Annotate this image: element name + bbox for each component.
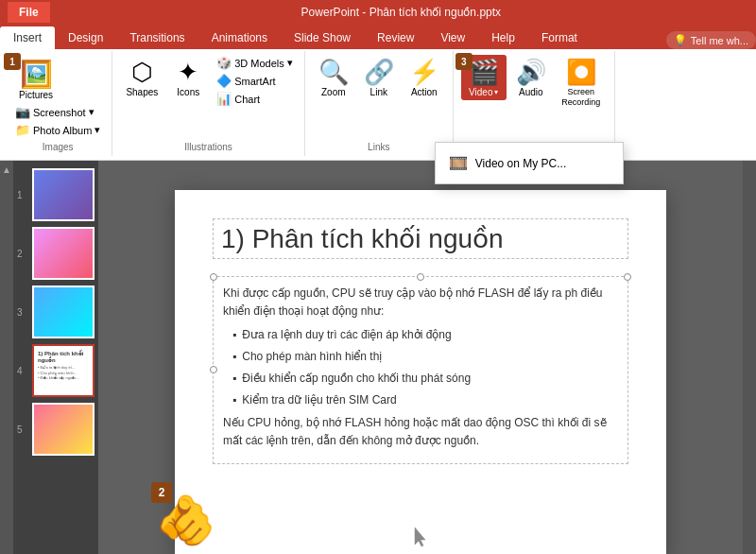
icons-button[interactable]: ✦ Icons	[171, 55, 205, 100]
audio-label: Audio	[519, 87, 543, 97]
slide-content-box[interactable]: Khi được cấp nguồn, CPU sẽ truy cập vào …	[213, 276, 628, 465]
handle-tr[interactable]	[624, 273, 631, 281]
pictures-label: Pictures	[19, 90, 53, 100]
link-label: Link	[370, 87, 387, 97]
tab-slideshow[interactable]: Slide Show	[281, 26, 364, 49]
slide-thumb-item-3[interactable]: 3	[17, 286, 94, 338]
slide-thumbnail-5[interactable]	[32, 403, 94, 456]
smartart-button[interactable]: 🔷 SmartArt	[213, 73, 297, 89]
action-icon: ⚡	[409, 58, 439, 87]
handle-ml[interactable]	[210, 366, 217, 373]
video-pc-label: Video on My PC...	[475, 157, 567, 170]
audio-icon: 🔊	[516, 58, 546, 87]
link-button[interactable]: 🔗 Link	[358, 55, 400, 100]
chart-icon: 📊	[216, 92, 232, 106]
3d-models-icon: 🎲	[216, 56, 232, 70]
album-icon: 📁	[15, 123, 30, 137]
tab-format[interactable]: Format	[528, 26, 591, 49]
slide-canvas: 1) Phân tích khối nguồn Khi được cấp ngu…	[175, 190, 666, 555]
video-pc-icon: 🎞️	[449, 154, 468, 172]
slide-view: 1) Phân tích khối nguồn Khi được cấp ngu…	[98, 161, 743, 554]
smartart-label: SmartArt	[234, 76, 275, 87]
screen-recording-icon: ⏺️	[566, 58, 596, 87]
zoom-label: Zoom	[321, 87, 346, 97]
slide-thumb-item-2[interactable]: 2	[17, 227, 94, 280]
screenshot-label: Screenshot	[33, 107, 86, 118]
handle-tm[interactable]	[417, 273, 424, 281]
shapes-icon: ⬡	[131, 58, 153, 87]
mouse-cursor	[413, 526, 428, 551]
handle-tl[interactable]	[210, 273, 217, 281]
badge-3: 3	[455, 53, 476, 70]
tab-transitions[interactable]: Transitions	[116, 26, 198, 49]
screen-recording-label: Screen Recording	[559, 87, 603, 108]
slide-thumb-item-1[interactable]: 1	[17, 168, 94, 221]
photo-album-button[interactable]: 📁 Photo Album ▾	[11, 122, 104, 138]
main-area: ▲ 1 2 3 4 1) Phân tích khối nguồn	[0, 161, 756, 554]
slide-thumbnail-1[interactable]	[32, 168, 94, 221]
hand-overlay: 2 🫵	[155, 492, 216, 549]
album-label: Photo Album	[33, 125, 92, 136]
file-tab[interactable]: File	[8, 2, 50, 23]
slide-last-para: Nếu CPU hỏng, bộ nhớ FLASH hỏng hoặc mất…	[223, 414, 618, 450]
tab-insert[interactable]: Insert	[0, 26, 55, 49]
3d-models-label: 3D Models	[234, 58, 284, 69]
slide-title[interactable]: 1) Phân tích khối nguồn	[213, 218, 628, 259]
slide-thumbnail-3[interactable]	[32, 286, 94, 338]
slide-thumbnail-4[interactable]: 1) Phân tích khối nguồn • Đưa ra lệnh du…	[32, 344, 94, 397]
media-group: 3 🎬 Video ▾ 🔊 Audio ⏺️ Screen Recording …	[454, 51, 615, 156]
scroll-up-arrow[interactable]: ▲	[2, 164, 11, 175]
chart-label: Chart	[234, 94, 260, 105]
slide-panel: 1 2 3 4 1) Phân tích khối nguồn •	[13, 161, 98, 554]
tab-design[interactable]: Design	[55, 26, 116, 49]
screenshot-icon: 📷	[15, 105, 30, 119]
badge-2: 2	[151, 482, 172, 503]
action-button[interactable]: ⚡ Action	[404, 55, 445, 100]
video-on-pc-item[interactable]: 🎞️ Video on My PC...	[436, 147, 623, 180]
audio-button[interactable]: 🔊 Audio	[510, 55, 552, 100]
tab-bar: Insert Design Transitions Animations Sli…	[0, 25, 756, 49]
screen-recording-button[interactable]: ⏺️ Screen Recording	[556, 55, 607, 111]
slide-intro: Khi được cấp nguồn, CPU sẽ truy cập vào …	[223, 285, 618, 320]
tab-help[interactable]: Help	[478, 26, 528, 49]
icons-icon: ✦	[178, 58, 198, 87]
illustrations-group: ⬡ Shapes ✦ Icons 🎲 3D Models ▾ 🔷 SmartAr…	[112, 51, 304, 156]
document-title: PowerPoint - Phân tích khối nguồn.pptx	[54, 6, 748, 19]
smartart-icon: 🔷	[216, 74, 232, 88]
illustrations-label: Illustrations	[184, 138, 232, 152]
link-icon: 🔗	[364, 58, 394, 87]
slide-panel-scroll[interactable]: ▲	[0, 161, 13, 554]
links-label: Links	[368, 138, 389, 152]
screenshot-arrow: ▾	[89, 106, 94, 118]
video-label: Video	[469, 87, 492, 97]
bullet-3: Điều khiển cấp nguồn cho khối thu phát s…	[232, 370, 618, 388]
lightbulb-icon: 💡	[674, 34, 687, 46]
tell-me-bar[interactable]: 💡 Tell me wh...	[666, 31, 756, 49]
3d-models-button[interactable]: 🎲 3D Models ▾	[213, 55, 297, 71]
links-group: 🔍 Zoom 🔗 Link ⚡ Action Links	[305, 51, 454, 156]
shapes-button[interactable]: ⬡ Shapes	[120, 55, 163, 100]
zoom-button[interactable]: 🔍 Zoom	[313, 55, 354, 100]
shapes-label: Shapes	[126, 87, 158, 97]
tell-me-label: Tell me wh...	[691, 35, 748, 46]
ribbon: 1 🖼️ Pictures 📷 Screenshot ▾ 📁 Photo Alb…	[0, 49, 756, 161]
video-dropdown: 🎞️ Video on My PC...	[435, 142, 624, 184]
bullet-2: Cho phép màn hình hiển thị	[232, 348, 618, 366]
screenshot-button[interactable]: 📷 Screenshot ▾	[11, 104, 98, 120]
zoom-icon: 🔍	[318, 58, 349, 87]
badge-1: 1	[4, 53, 25, 70]
bullet-1: Đưa ra lệnh duy trì các điện áp khởi độn…	[232, 326, 618, 344]
action-label: Action	[411, 87, 438, 97]
slide-bullet-list: Đưa ra lệnh duy trì các điện áp khởi độn…	[223, 326, 618, 410]
chart-button[interactable]: 📊 Chart	[213, 91, 297, 107]
bullet-4: Kiểm tra dữ liệu trên SIM Card	[232, 391, 618, 409]
tab-animations[interactable]: Animations	[198, 26, 281, 49]
tab-review[interactable]: Review	[364, 26, 427, 49]
icons-label: Icons	[177, 87, 199, 97]
slide-thumb-item-5[interactable]: 5	[17, 403, 94, 456]
album-arrow: ▾	[94, 124, 100, 136]
slide-thumb-item-4[interactable]: 4 1) Phân tích khối nguồn • Đưa ra lệnh …	[17, 344, 94, 397]
slide-thumbnail-2[interactable]	[32, 227, 94, 280]
tab-view[interactable]: View	[427, 26, 478, 49]
right-scrollbar[interactable]	[743, 161, 756, 554]
